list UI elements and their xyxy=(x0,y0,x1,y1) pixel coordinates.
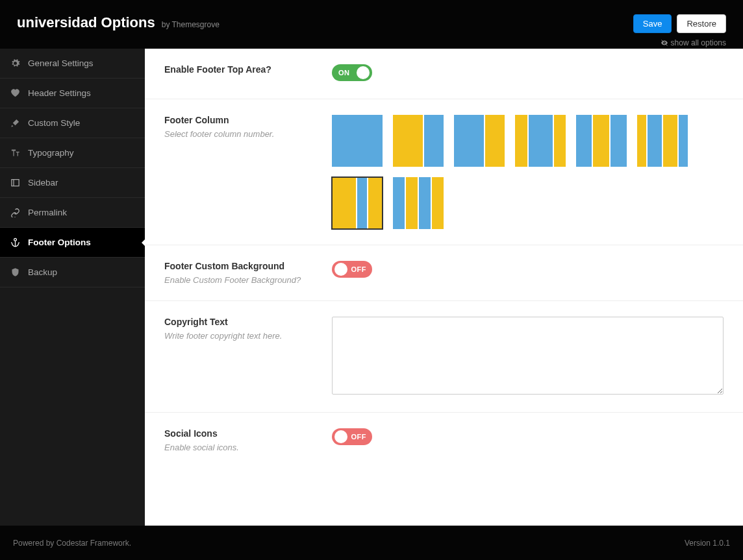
restore-button[interactable]: Restore xyxy=(677,14,726,33)
footer-powered: Powered by Codestar Framework. xyxy=(13,539,131,548)
desc-copyright: Write footer copyright text here. xyxy=(164,331,312,341)
sidebar-item-label: Permalink xyxy=(28,208,67,217)
toggle-knob xyxy=(357,66,370,79)
toggle-label: ON xyxy=(338,69,350,77)
footer-version: Version 1.0.1 xyxy=(685,539,730,548)
toggle-knob xyxy=(334,263,347,276)
layout-column xyxy=(611,115,627,167)
layout-column xyxy=(419,177,431,229)
toggle-label: OFF xyxy=(351,265,367,273)
typography-icon xyxy=(10,148,20,158)
layout-column xyxy=(554,115,566,167)
toggle-footer-bg[interactable]: OFF xyxy=(332,261,372,278)
label-enable-footer-top: Enable Footer Top Area? xyxy=(164,64,312,75)
content: Enable Footer Top Area? ON Footer Column… xyxy=(145,49,743,526)
footer-layout-option-6[interactable] xyxy=(637,115,688,167)
layout-column xyxy=(515,115,527,167)
section-footer-bg: Footer Custom Background Enable Custom F… xyxy=(145,245,743,301)
layout-column xyxy=(529,115,553,167)
sidebar-item-general-settings[interactable]: General Settings xyxy=(0,49,145,79)
layout-column xyxy=(593,115,609,167)
section-enable-footer-top: Enable Footer Top Area? ON xyxy=(145,49,743,99)
footer-layout-option-3[interactable] xyxy=(454,115,505,167)
footer-layout-option-7[interactable] xyxy=(332,177,383,229)
save-button[interactable]: Save xyxy=(633,14,672,33)
layout-column xyxy=(679,115,688,167)
sidebar-item-label: General Settings xyxy=(28,58,94,68)
heart-icon xyxy=(10,88,20,98)
footer-layout-option-5[interactable] xyxy=(576,115,627,167)
sidebar-item-label: Footer Options xyxy=(28,237,91,247)
sidebar-icon xyxy=(10,178,20,188)
sidebar-item-sidebar[interactable]: Sidebar xyxy=(0,168,145,198)
sidebar-item-typography[interactable]: Typography xyxy=(0,138,145,168)
sidebar-item-footer-options[interactable]: Footer Options xyxy=(0,228,145,258)
layout-column xyxy=(406,177,418,229)
toggle-knob xyxy=(334,430,347,443)
link-icon xyxy=(10,208,20,217)
sidebar-item-label: Header Settings xyxy=(28,88,91,98)
footer-column-layouts xyxy=(332,115,724,229)
layout-column xyxy=(393,115,423,167)
desc-footer-bg: Enable Custom Footer Background? xyxy=(164,275,312,285)
show-all-label: show all options xyxy=(671,38,726,47)
label-social: Social Icons xyxy=(164,428,312,439)
app-title: universidad Options xyxy=(17,14,155,31)
section-social: Social Icons Enable social icons. OFF xyxy=(145,413,743,468)
sidebar: General SettingsHeader SettingsCustom St… xyxy=(0,49,145,526)
layout-column xyxy=(357,177,367,229)
layout-column xyxy=(332,115,383,167)
label-copyright: Copyright Text xyxy=(164,317,312,327)
sidebar-item-custom-style[interactable]: Custom Style xyxy=(0,108,145,138)
topbar-actions: Save Restore show all options xyxy=(633,14,726,47)
desc-social: Enable social icons. xyxy=(164,443,312,452)
topbar: universidad Options by Themesgrove Save … xyxy=(0,0,743,49)
desc-footer-column: Select footer column number. xyxy=(164,129,312,139)
section-footer-column: Footer Column Select footer column numbe… xyxy=(145,99,743,245)
layout-column xyxy=(648,115,662,167)
section-copyright: Copyright Text Write footer copyright te… xyxy=(145,301,743,413)
show-all-options-link[interactable]: show all options xyxy=(661,38,726,47)
label-footer-column: Footer Column xyxy=(164,115,312,125)
sidebar-item-permalink[interactable]: Permalink xyxy=(0,198,145,228)
footer-layout-option-8[interactable] xyxy=(393,177,444,229)
layout-column xyxy=(663,115,677,167)
cogs-icon xyxy=(10,58,20,68)
toggle-label: OFF xyxy=(351,433,367,441)
layout-column xyxy=(393,177,405,229)
footer-layout-option-1[interactable] xyxy=(332,115,383,167)
layout-column xyxy=(332,177,356,229)
layout-column xyxy=(432,177,444,229)
eye-slash-icon xyxy=(661,39,668,47)
sidebar-item-label: Backup xyxy=(28,267,57,277)
layout-column xyxy=(637,115,646,167)
anchor-icon xyxy=(10,237,20,247)
copyright-textarea[interactable] xyxy=(332,317,724,395)
footer-bar: Powered by Codestar Framework. Version 1… xyxy=(0,526,743,560)
label-footer-bg: Footer Custom Background xyxy=(164,261,312,271)
topbar-title-group: universidad Options by Themesgrove xyxy=(17,14,220,31)
sidebar-item-label: Sidebar xyxy=(28,178,58,188)
brush-icon xyxy=(10,118,20,128)
layout-column xyxy=(424,115,444,167)
sidebar-item-header-settings[interactable]: Header Settings xyxy=(0,79,145,108)
sidebar-item-label: Custom Style xyxy=(28,118,80,128)
footer-layout-option-2[interactable] xyxy=(393,115,444,167)
toggle-social[interactable]: OFF xyxy=(332,428,372,445)
shield-icon xyxy=(10,267,20,277)
footer-layout-option-4[interactable] xyxy=(515,115,566,167)
sidebar-item-label: Typography xyxy=(28,148,74,158)
layout-column xyxy=(454,115,484,167)
toggle-enable-footer-top[interactable]: ON xyxy=(332,64,372,81)
layout-column xyxy=(485,115,505,167)
sidebar-item-backup[interactable]: Backup xyxy=(0,258,145,287)
layout-column xyxy=(576,115,592,167)
layout-column xyxy=(368,177,383,229)
app-byline: by Themesgrove xyxy=(162,20,220,29)
